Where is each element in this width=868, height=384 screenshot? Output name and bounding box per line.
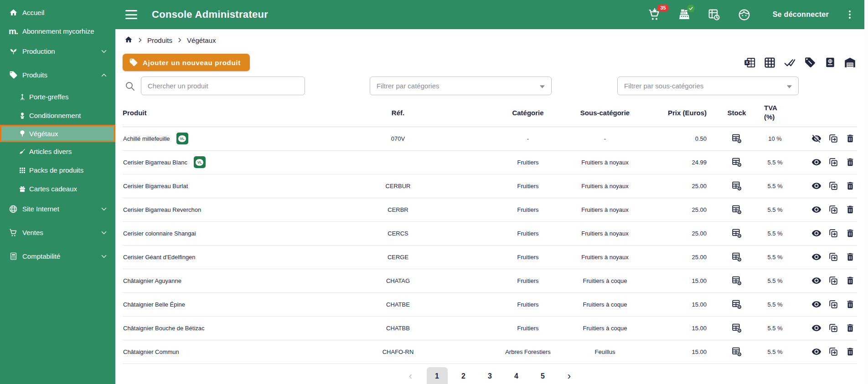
duplicate-icon[interactable]: [828, 252, 838, 262]
stock-settings-icon[interactable]: [731, 228, 743, 239]
tag-icon[interactable]: [804, 56, 816, 69]
page-button-3[interactable]: 3: [480, 367, 501, 384]
face-icon[interactable]: [737, 7, 752, 22]
table-row[interactable]: Cerisier colonnaire Shangai CERCS Fruiti…: [123, 221, 857, 245]
logout-button[interactable]: Se déconnecter: [773, 10, 829, 19]
stock-settings-icon[interactable]: [731, 323, 743, 334]
duplicate-icon[interactable]: [828, 205, 838, 215]
stock-settings-icon[interactable]: [731, 299, 743, 310]
table-row[interactable]: Châtaignier Belle Épine CHATBE Fruitiers…: [123, 292, 857, 316]
table-grid-icon[interactable]: [764, 56, 776, 69]
page-button-4[interactable]: 4: [506, 367, 527, 384]
vl-badge-label: VL: [196, 159, 203, 166]
delete-icon[interactable]: [845, 276, 855, 286]
visibility-icon[interactable]: [811, 323, 822, 333]
sidebar-item-articles-divers[interactable]: Articles divers: [0, 142, 115, 161]
table-row[interactable]: Châtaignier Aguyanne CHATAG Fruitiers Fr…: [123, 269, 857, 292]
page-title: Console Administrateur: [152, 9, 268, 20]
delete-icon[interactable]: [845, 133, 855, 143]
mycorhize-logo-icon: m.: [8, 26, 18, 36]
table-clock-icon[interactable]: [707, 7, 722, 22]
table-row[interactable]: Cerisier Géant d'Edelfingen CERGE Fruiti…: [123, 245, 857, 269]
sidebar-item-cartes-cadeaux[interactable]: Cartes cadeaux: [0, 179, 115, 198]
add-product-button[interactable]: Ajouter un nouveau produit: [123, 54, 250, 71]
duplicate-icon[interactable]: [828, 157, 838, 167]
visibility-icon[interactable]: [811, 276, 822, 286]
next-page-button[interactable]: ›: [559, 367, 580, 384]
product-category: Arbres Forestiers: [505, 348, 551, 355]
stock-settings-icon[interactable]: [731, 251, 743, 263]
visibility-icon[interactable]: [811, 157, 822, 167]
table-row[interactable]: Cerisier Bigarreau Reverchon CERBR Fruit…: [123, 198, 857, 221]
sidebar-item-abonnement-mycorhize[interactable]: m. Abonnement mycorhize: [0, 22, 115, 41]
sidebar-item-produits[interactable]: Produits: [0, 66, 115, 84]
sidebar-item-site-internet[interactable]: Site Internet: [0, 200, 115, 218]
sidebar-item-conditionnement[interactable]: Conditionnement: [0, 106, 115, 125]
duplicate-icon[interactable]: [828, 133, 838, 143]
sidebar-item-production[interactable]: Production: [0, 42, 115, 61]
visibility-icon[interactable]: [811, 181, 822, 191]
table-row[interactable]: Châtaignier Commun CHAFO-RN Arbres Fores…: [123, 340, 857, 364]
delete-icon[interactable]: [845, 181, 855, 191]
duplicate-icon[interactable]: [828, 228, 838, 238]
table-row[interactable]: Châtaignier Bouche de Bétizac CHATBB Fru…: [123, 316, 857, 340]
stock-settings-icon[interactable]: [731, 180, 743, 192]
duplicate-icon[interactable]: [828, 276, 838, 286]
product-name: Achillé millefeuille: [123, 135, 170, 142]
stock-settings-icon[interactable]: [731, 275, 743, 287]
sidebar-item-packs-de-produits[interactable]: Packs de produits: [0, 161, 115, 179]
visibility-off-icon[interactable]: [811, 133, 822, 143]
category-filter-select[interactable]: Filtrer par catégories: [370, 77, 552, 95]
search-input[interactable]: [141, 77, 305, 95]
warehouse-icon[interactable]: [844, 56, 856, 69]
excel-export-icon[interactable]: X: [744, 56, 756, 69]
delete-icon[interactable]: [845, 228, 855, 238]
sidebar-item-label: Comptabilité: [22, 252, 60, 260]
product-tva: 5.5 %: [767, 230, 782, 237]
kebab-menu-icon[interactable]: [847, 9, 852, 20]
duplicate-icon[interactable]: [828, 181, 838, 191]
breadcrumb-produits[interactable]: Produits: [147, 36, 172, 44]
table-row[interactable]: Cerisier Bigarreau Burlat CERBUR Fruitie…: [123, 174, 857, 198]
double-check-icon[interactable]: [784, 56, 796, 69]
page-button-1[interactable]: 1: [427, 367, 448, 384]
sidebar-item-label: Conditionnement: [29, 112, 81, 119]
stock-settings-icon[interactable]: [731, 157, 743, 168]
duplicate-icon[interactable]: [828, 347, 838, 357]
delete-icon[interactable]: [845, 205, 855, 215]
stock-settings-icon[interactable]: [731, 204, 743, 215]
previous-page-button[interactable]: ‹: [400, 367, 421, 384]
delete-icon[interactable]: [845, 157, 855, 167]
tag-plus-icon: [129, 58, 138, 67]
passport-icon[interactable]: [824, 56, 836, 69]
delete-icon[interactable]: [845, 299, 855, 309]
delete-icon[interactable]: [845, 323, 855, 333]
page-button-2[interactable]: 2: [453, 367, 474, 384]
cash-register-icon[interactable]: [677, 7, 692, 22]
breadcrumb-vegetaux[interactable]: Végétaux: [187, 36, 216, 44]
table-row[interactable]: Cerisier Bigarreau Blanc VL Fruitiers Fr…: [123, 150, 857, 174]
sidebar-item-accueil[interactable]: Accueil: [0, 3, 115, 22]
subcategory-filter-select[interactable]: Filtrer par sous-catégories: [617, 77, 799, 95]
sidebar-item-comptabilite[interactable]: Comptabilité: [0, 247, 115, 266]
visibility-icon[interactable]: [811, 205, 822, 215]
home-icon[interactable]: [124, 36, 133, 45]
sidebar-item-porte-greffes[interactable]: Porte-greffes: [0, 87, 115, 106]
stock-settings-icon[interactable]: [731, 133, 743, 144]
sidebar-item-vegetaux[interactable]: Végétaux: [0, 125, 115, 142]
stock-settings-icon[interactable]: [731, 346, 743, 358]
duplicate-icon[interactable]: [828, 323, 838, 333]
visibility-icon[interactable]: [811, 299, 822, 309]
menu-icon[interactable]: [125, 10, 137, 19]
scrollbar[interactable]: [864, 0, 868, 384]
delete-icon[interactable]: [845, 252, 855, 262]
cart-download-icon[interactable]: 35: [647, 7, 661, 22]
delete-icon[interactable]: [845, 347, 855, 357]
page-button-5[interactable]: 5: [532, 367, 553, 384]
visibility-icon[interactable]: [811, 228, 822, 238]
sidebar-item-ventes[interactable]: Ventes: [0, 223, 115, 242]
table-row[interactable]: Achillé millefeuille VL 070V - - 0.50 10…: [123, 127, 857, 150]
visibility-icon[interactable]: [811, 252, 822, 262]
visibility-icon[interactable]: [811, 347, 822, 357]
duplicate-icon[interactable]: [828, 299, 838, 309]
